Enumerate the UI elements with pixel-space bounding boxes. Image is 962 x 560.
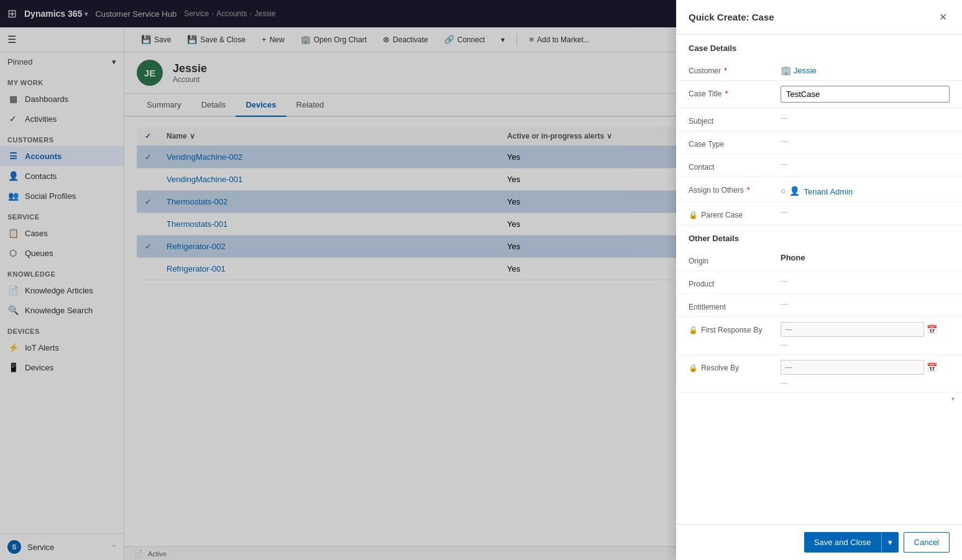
- resolve-by-date-row: 📅: [781, 360, 950, 375]
- entitlement-label: Entitlement: [689, 299, 776, 311]
- first-response-time: ---: [781, 339, 950, 349]
- qc-field-parent-case: 🔒 Parent Case ---: [676, 202, 962, 225]
- subject-placeholder: ---: [781, 111, 788, 122]
- parent-case-lock-icon: 🔒: [689, 211, 698, 219]
- assign-required: *: [747, 186, 750, 195]
- qc-title: Quick Create: Case: [689, 12, 774, 22]
- case-type-placeholder: ---: [781, 134, 788, 145]
- resolve-by-label: 🔒 Resolve By: [689, 360, 776, 372]
- customer-required: *: [724, 67, 727, 75]
- scroll-indicator: ▾: [676, 393, 962, 405]
- subject-value: ---: [781, 113, 950, 122]
- quick-create-panel: Quick Create: Case ✕ Case Details Custom…: [676, 0, 962, 560]
- assign-value: ○ 👤 Tenant Admin: [781, 182, 950, 196]
- customer-value: 🏢 Jessie: [781, 63, 950, 75]
- origin-label: Origin: [689, 253, 776, 265]
- product-value: ---: [781, 276, 950, 285]
- qc-header: Quick Create: Case ✕: [676, 0, 962, 35]
- first-response-date-input[interactable]: [781, 322, 924, 337]
- first-response-label: 🔒 First Response By: [689, 322, 776, 334]
- product-placeholder: ---: [781, 273, 788, 285]
- case-title-input[interactable]: [781, 86, 950, 103]
- qc-field-assign: Assign to Others * ○ 👤 Tenant Admin: [676, 177, 962, 202]
- case-title-value[interactable]: [781, 86, 950, 103]
- qc-case-details-title: Case Details: [676, 35, 962, 58]
- entitlement-value: ---: [781, 299, 950, 308]
- qc-field-origin: Origin Phone: [676, 248, 962, 271]
- first-response-calendar-icon[interactable]: 📅: [927, 324, 937, 334]
- qc-field-contact: Contact ---: [676, 154, 962, 177]
- save-dropdown-icon[interactable]: ▾: [881, 533, 899, 552]
- qc-field-resolve-by: 🔒 Resolve By 📅 ---: [676, 355, 962, 393]
- case-type-value: ---: [781, 136, 950, 145]
- qc-body: Case Details Customer * 🏢 Jessie Case Ti…: [676, 35, 962, 524]
- qc-field-first-response: 🔒 First Response By 📅 ---: [676, 317, 962, 355]
- parent-case-label: 🔒 Parent Case: [689, 207, 776, 219]
- parent-case-placeholder: ---: [781, 204, 788, 216]
- origin-value: Phone: [781, 253, 950, 262]
- cancel-button[interactable]: Cancel: [904, 532, 950, 553]
- contact-value: ---: [781, 159, 950, 168]
- product-label: Product: [689, 276, 776, 288]
- qc-footer: Save and Close ▾ Cancel: [676, 524, 962, 560]
- contact-label: Contact: [689, 159, 776, 172]
- parent-case-value: ---: [781, 207, 950, 216]
- origin-text: Phone: [781, 250, 805, 262]
- save-and-close-label: Save and Close: [804, 533, 881, 552]
- scroll-down-icon: ▾: [951, 395, 955, 402]
- resolve-by-lock-icon: 🔒: [689, 364, 698, 372]
- assign-person-icon: 👤: [789, 186, 800, 196]
- assign-link[interactable]: Tenant Admin: [804, 185, 853, 196]
- first-response-lock-icon: 🔒: [689, 326, 698, 334]
- customer-icon: 🏢: [781, 65, 791, 75]
- case-title-required: *: [725, 90, 728, 98]
- resolve-by-date-input[interactable]: [781, 360, 924, 375]
- resolve-by-value: 📅 ---: [781, 360, 950, 387]
- assign-label: Assign to Others *: [689, 182, 776, 195]
- first-response-value: 📅 ---: [781, 322, 950, 349]
- qc-field-case-type: Case Type ---: [676, 131, 962, 154]
- qc-other-details-title: Other Details: [676, 225, 962, 248]
- case-title-label: Case Title *: [689, 86, 776, 98]
- entitlement-placeholder: ---: [781, 296, 788, 308]
- resolve-by-time: ---: [781, 377, 950, 387]
- assign-circle-icon: ○: [781, 186, 786, 196]
- qc-close-button[interactable]: ✕: [937, 9, 950, 25]
- contact-placeholder: ---: [781, 157, 788, 168]
- assign-display: ○ 👤 Tenant Admin: [781, 182, 950, 196]
- qc-field-entitlement: Entitlement ---: [676, 294, 962, 317]
- resolve-by-calendar-icon[interactable]: 📅: [927, 362, 937, 372]
- qc-field-case-title: Case Title *: [676, 81, 962, 108]
- customer-label: Customer *: [689, 63, 776, 75]
- qc-field-customer: Customer * 🏢 Jessie: [676, 58, 962, 81]
- customer-link[interactable]: 🏢 Jessie: [781, 63, 950, 75]
- case-type-label: Case Type: [689, 136, 776, 149]
- qc-field-product: Product ---: [676, 271, 962, 294]
- subject-label: Subject: [689, 113, 776, 126]
- save-and-close-button[interactable]: Save and Close ▾: [804, 532, 899, 553]
- first-response-date-row: 📅: [781, 322, 950, 337]
- qc-field-subject: Subject ---: [676, 108, 962, 131]
